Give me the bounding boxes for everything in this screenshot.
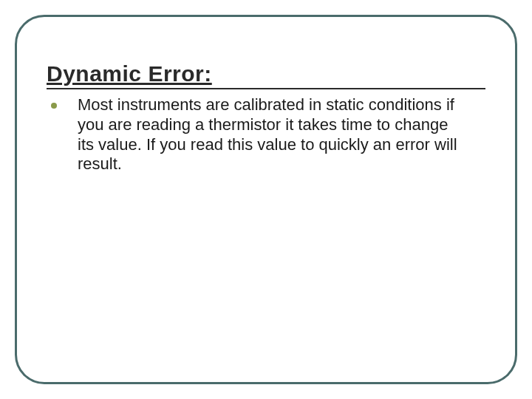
slide-title: Dynamic Error: xyxy=(47,61,485,86)
bullet-icon xyxy=(51,103,57,109)
bullet-text: Most instruments are calibrated in stati… xyxy=(78,95,462,174)
slide-frame: Dynamic Error: Most instruments are cali… xyxy=(15,15,517,384)
slide-content: Most instruments are calibrated in stati… xyxy=(47,95,485,174)
title-underline-rule xyxy=(47,88,485,89)
